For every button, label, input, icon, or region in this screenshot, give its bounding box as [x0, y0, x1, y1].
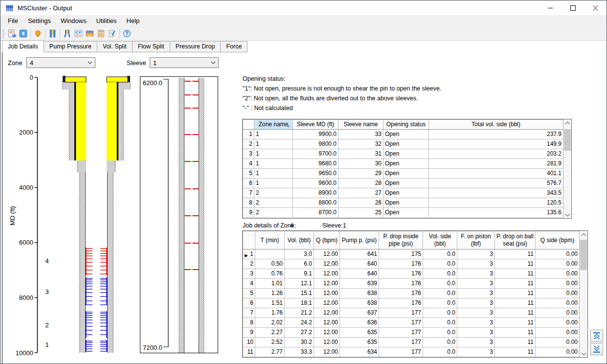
table-cell[interactable]: 12.00 [314, 259, 340, 269]
column-header[interactable]: Sleeve MD (ft) [293, 120, 338, 130]
maximize-button[interactable] [562, 0, 584, 15]
table-cell[interactable]: 12.00 [314, 298, 340, 308]
table-cell[interactable]: 3 [457, 338, 495, 347]
table-cell[interactable]: 640 [340, 269, 379, 279]
table-row[interactable]: 219800.032Open149.9 [243, 139, 563, 149]
table-cell[interactable]: 176 [379, 289, 423, 298]
table-cell[interactable]: 9700.0 [293, 149, 338, 159]
table-row[interactable]: 30.769.112.006401760.03110.00 [243, 269, 580, 279]
table-cell[interactable]: 203.2 [429, 149, 563, 159]
menu-item-file[interactable]: File [3, 15, 23, 27]
table-cell[interactable]: 18.1 [285, 298, 314, 308]
table-cell[interactable]: Open [383, 149, 429, 159]
row-header[interactable]: 10 [243, 338, 255, 347]
column-header[interactable]: Vol. side (bbl) [423, 231, 457, 250]
table-cell[interactable]: 637 [340, 308, 379, 318]
table-cell[interactable]: 0.00 [536, 328, 580, 338]
column-header[interactable]: Pump p. (psi) [340, 231, 379, 250]
table-cell[interactable]: 11 [495, 308, 536, 318]
column-header[interactable]: Vol. (bbl) [285, 231, 314, 250]
table-cell[interactable]: 33.3 [285, 347, 314, 357]
table-cell[interactable]: 2.27 [255, 328, 285, 338]
table-cell[interactable]: 0.0 [423, 259, 457, 269]
table-cell[interactable]: 3 [457, 279, 495, 289]
table-cell[interactable]: 12.00 [314, 308, 340, 318]
row-header[interactable]: 2 [243, 139, 254, 149]
sleeves-table-scrollbar[interactable] [563, 119, 571, 218]
column-header[interactable]: F. on piston (lbf) [457, 231, 495, 250]
edit-icon[interactable] [107, 28, 118, 39]
table-cell[interactable]: 1.01 [255, 279, 285, 289]
table-row[interactable]: 519650.029Open401.1 [243, 169, 563, 179]
table-cell[interactable]: 0.00 [536, 347, 580, 357]
column-header[interactable]: Sleeve name [338, 120, 383, 130]
row-header[interactable]: ▶1 [243, 250, 255, 259]
table-cell[interactable]: Open [383, 159, 429, 169]
row-header[interactable]: 3 [243, 149, 254, 159]
report-word-icon[interactable]: W [6, 28, 18, 39]
table-cell[interactable]: 177 [379, 328, 423, 338]
table-cell[interactable]: 176 [379, 298, 423, 308]
table-cell[interactable]: 32 [338, 139, 383, 149]
table-cell[interactable]: 0.00 [536, 318, 580, 328]
column-header[interactable]: P. drop inside pipe (psi) [379, 231, 423, 250]
table-cell[interactable]: 3 [457, 250, 495, 259]
sleeve-select[interactable]: 1 [150, 57, 219, 68]
tab-pump-pressure[interactable]: Pump Pressure [44, 41, 97, 52]
table-cell[interactable]: 30.2 [285, 338, 314, 347]
table-cell[interactable]: 0.0 [423, 338, 457, 347]
column-header[interactable]: Q (bpm) [314, 231, 340, 250]
row-header[interactable]: 4 [243, 279, 255, 289]
table-cell[interactable]: 0.50 [255, 259, 285, 269]
table-cell[interactable]: 11 [495, 328, 536, 338]
row-header[interactable]: 1 [243, 130, 254, 139]
table-cell[interactable]: 33 [338, 130, 383, 139]
table-cell[interactable]: 1 [254, 149, 293, 159]
table-cell[interactable]: 28 [338, 179, 383, 188]
table-cell[interactable]: 31 [338, 149, 383, 159]
tab-flow-split[interactable]: Flow Split [133, 41, 170, 52]
table-row[interactable]: 41.0112.112.006391760.03110.00 [243, 279, 580, 289]
table-cell[interactable]: 641 [340, 250, 379, 259]
table-row[interactable]: 102.5230.212.006351770.03110.00 [243, 338, 580, 347]
table-cell[interactable]: 635 [340, 328, 379, 338]
calculator-icon[interactable] [95, 28, 107, 39]
table-cell[interactable]: 0.0 [423, 318, 457, 328]
table-cell[interactable]: 3 [457, 347, 495, 357]
table-cell[interactable]: 11 [495, 289, 536, 298]
row-header[interactable]: 5 [243, 169, 254, 179]
row-header[interactable]: 11 [243, 347, 255, 357]
row-header[interactable]: 8 [243, 198, 254, 208]
row-header[interactable]: 4 [243, 159, 254, 169]
table-cell[interactable]: Open [383, 208, 429, 218]
table-cell[interactable]: 2 [254, 198, 293, 208]
scroll-down-icon[interactable] [563, 210, 571, 218]
table-cell[interactable]: 21.2 [285, 308, 314, 318]
table-row[interactable]: 82.0224.212.006361770.03110.00 [243, 318, 580, 328]
column-header[interactable]: P. drop on ball seat (psi) [495, 231, 536, 250]
column-header[interactable]: T (min) [255, 231, 285, 250]
row-header[interactable]: 8 [243, 318, 255, 328]
table-cell[interactable]: 9680.0 [293, 159, 338, 169]
table-row[interactable]: 61.5118.112.006381760.03110.00 [243, 298, 580, 308]
row-header[interactable]: 3 [243, 269, 255, 279]
table-cell[interactable]: 149.9 [429, 139, 563, 149]
wellbore-small-icon[interactable] [62, 28, 73, 39]
table-row[interactable]: 112.7733.312.006341770.03110.00 [243, 347, 580, 357]
table-row[interactable]: 119900.033Open237.9 [243, 130, 563, 139]
table-row[interactable]: 419680.030Open281.9 [243, 159, 563, 169]
column-header[interactable]: Zone name▲ [254, 120, 293, 130]
table-cell[interactable]: 12.00 [314, 289, 340, 298]
table-cell[interactable]: 3 [457, 318, 495, 328]
table-cell[interactable]: 176 [379, 269, 423, 279]
table-cell[interactable]: 9900.0 [293, 130, 338, 139]
table-cell[interactable]: 3 [457, 289, 495, 298]
table-cell[interactable]: 3 [457, 308, 495, 318]
table-cell[interactable]: 638 [340, 298, 379, 308]
table-row[interactable]: 619600.028Open576.7 [243, 179, 563, 188]
table-cell[interactable]: 135.6 [429, 208, 563, 218]
table-cell[interactable]: 11 [495, 347, 536, 357]
menu-item-help[interactable]: Help [122, 15, 145, 27]
table-cell[interactable]: 12.00 [314, 269, 340, 279]
menu-item-settings[interactable]: Settings [23, 15, 56, 27]
